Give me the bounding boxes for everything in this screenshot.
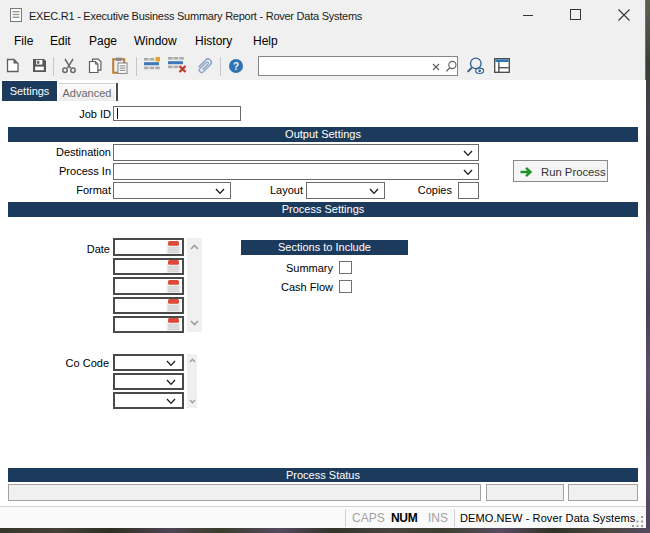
svg-text:?: ? <box>233 61 239 72</box>
